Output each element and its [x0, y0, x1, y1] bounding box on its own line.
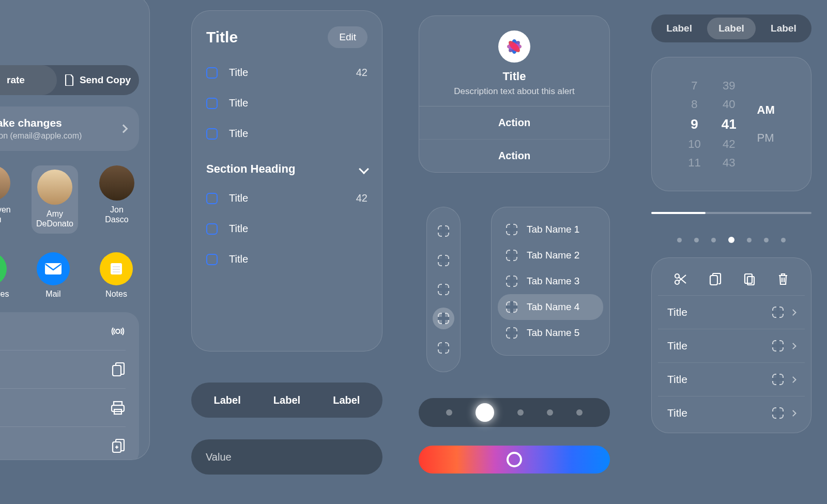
vertical-tab[interactable]: [433, 220, 454, 242]
list-row[interactable]: Title: [206, 118, 367, 149]
segment-label-selected[interactable]: Label: [707, 18, 756, 39]
share-actions-card: [0, 312, 139, 460]
alert-action-label: Action: [498, 117, 530, 128]
tab-label: Tab Name 4: [527, 301, 579, 313]
copy-button[interactable]: [709, 272, 722, 286]
list-row[interactable]: Title 42: [206, 183, 367, 213]
share-seg-send-copy[interactable]: Send Copy: [57, 74, 139, 86]
cut-button[interactable]: [674, 272, 687, 286]
placeholder-icon: [772, 407, 784, 419]
section-heading-label: Section Heading: [206, 162, 295, 176]
chevron-right-icon: [790, 410, 797, 417]
share-app-notes[interactable]: Notes: [95, 252, 138, 299]
hour-wheel[interactable]: 7 8 9 10 11: [688, 79, 700, 170]
checkbox-icon: [206, 193, 218, 204]
vertical-tab[interactable]: [433, 337, 454, 359]
copy-icon: [709, 272, 722, 286]
wheel-value: 8: [691, 98, 697, 111]
alert-action-button[interactable]: Action: [419, 106, 609, 139]
value-input[interactable]: Value: [191, 439, 382, 475]
minute-wheel[interactable]: 39 40 41 42 43: [722, 79, 737, 170]
top-segmented[interactable]: Label Label Label: [651, 14, 811, 42]
edit-tool-row: [658, 269, 805, 295]
time-picker[interactable]: 7 8 9 10 11 39 40 41 42 43 AM PM: [651, 57, 811, 191]
share-person[interactable]: Amy DeDonato: [32, 165, 78, 234]
share-person[interactable]: Jon Dasco: [94, 165, 140, 234]
share-apps-row: Messages Mail Notes: [0, 252, 149, 299]
photos-app-icon: [498, 30, 530, 63]
section-heading[interactable]: Section Heading: [206, 149, 367, 183]
value-input-placeholder: Value: [206, 451, 232, 463]
person-name-line1: Amy: [34, 209, 76, 219]
alert-title: Title: [419, 70, 609, 83]
segmented-control-3[interactable]: Label Label Label: [191, 383, 382, 418]
share-action-airdrop[interactable]: [0, 312, 126, 350]
segment-label[interactable]: Label: [651, 23, 707, 34]
list-row[interactable]: Title: [206, 244, 367, 274]
ampm-pm: PM: [757, 131, 775, 145]
tab-label: Tab Name 3: [527, 276, 579, 287]
app-label: Mail: [32, 289, 75, 299]
tab-item[interactable]: Tab Name 3: [498, 268, 603, 294]
list-row[interactable]: Title: [206, 213, 367, 244]
wheel-value: 39: [723, 79, 735, 93]
page-dot: [781, 238, 786, 242]
slider-dot: [517, 409, 524, 416]
share-seg-collaborate[interactable]: rate: [0, 65, 57, 95]
share-action-print[interactable]: [0, 389, 126, 427]
print-icon: [110, 401, 126, 415]
share-people-row: Carnaven Chiu Amy DeDonato Jon Dasco: [0, 165, 149, 234]
menu-item[interactable]: Title: [658, 295, 805, 329]
menu-item[interactable]: Title: [658, 362, 805, 396]
wheel-current: 41: [722, 116, 737, 132]
chevron-right-icon: [790, 376, 797, 383]
share-app-messages[interactable]: Messages: [0, 252, 12, 299]
slider-knob[interactable]: [476, 403, 494, 422]
vertical-tab[interactable]: [433, 250, 454, 271]
page-dots[interactable]: [651, 234, 811, 246]
checkbox-icon: [206, 223, 218, 235]
color-slider-knob[interactable]: [507, 452, 522, 467]
share-seg-collaborate-label: rate: [7, 74, 25, 86]
alert-actions: Action Action: [419, 106, 609, 172]
alert-action-button[interactable]: Action: [419, 139, 609, 172]
tab-item[interactable]: Tab Name 5: [498, 320, 603, 346]
menu-item-label: Title: [667, 306, 687, 318]
paste-button[interactable]: [743, 272, 756, 286]
list-row[interactable]: Title: [206, 88, 367, 118]
ampm-wheel[interactable]: AM PM: [757, 103, 775, 145]
menu-item[interactable]: Title: [658, 329, 805, 362]
share-card-title: make changes: [0, 117, 82, 129]
tab-item[interactable]: Tab Name 4: [498, 294, 603, 320]
wheel-value: 10: [688, 138, 700, 151]
list-row-label: Title: [229, 253, 248, 265]
placeholder-icon: [438, 255, 449, 266]
share-person[interactable]: Carnaven Chiu: [0, 165, 16, 234]
share-action-add[interactable]: [0, 427, 126, 460]
share-action-copy[interactable]: [0, 350, 126, 389]
share-permissions-card[interactable]: make changes Moon (email@apple.com): [0, 106, 139, 151]
tab-item[interactable]: Tab Name 1: [498, 217, 603, 242]
placeholder-icon: [506, 224, 517, 235]
share-card-subtitle: Moon (email@apple.com): [0, 131, 82, 141]
dot-slider[interactable]: [419, 398, 610, 427]
wheel-value: 7: [691, 79, 697, 93]
share-app-mail[interactable]: Mail: [32, 252, 75, 299]
avatar: [0, 165, 10, 201]
tab-item[interactable]: Tab Name 2: [498, 242, 603, 268]
page-dot: [694, 238, 699, 242]
color-slider[interactable]: [419, 446, 610, 474]
list-panel: Title Edit Title 42 Title Title Section …: [191, 10, 382, 352]
edit-button[interactable]: Edit: [328, 26, 367, 48]
segment-label[interactable]: Label: [756, 23, 811, 34]
segment-label[interactable]: Label: [257, 394, 316, 406]
segment-label[interactable]: Label: [317, 394, 376, 406]
list-row[interactable]: Title 42: [206, 57, 367, 88]
vertical-tab[interactable]: [433, 308, 454, 329]
vertical-tab[interactable]: [433, 279, 454, 300]
menu-item[interactable]: Title: [658, 396, 805, 430]
delete-button[interactable]: [777, 272, 789, 286]
chevron-down-icon: [359, 164, 369, 174]
trash-icon: [777, 272, 789, 286]
segment-label[interactable]: Label: [197, 394, 257, 406]
